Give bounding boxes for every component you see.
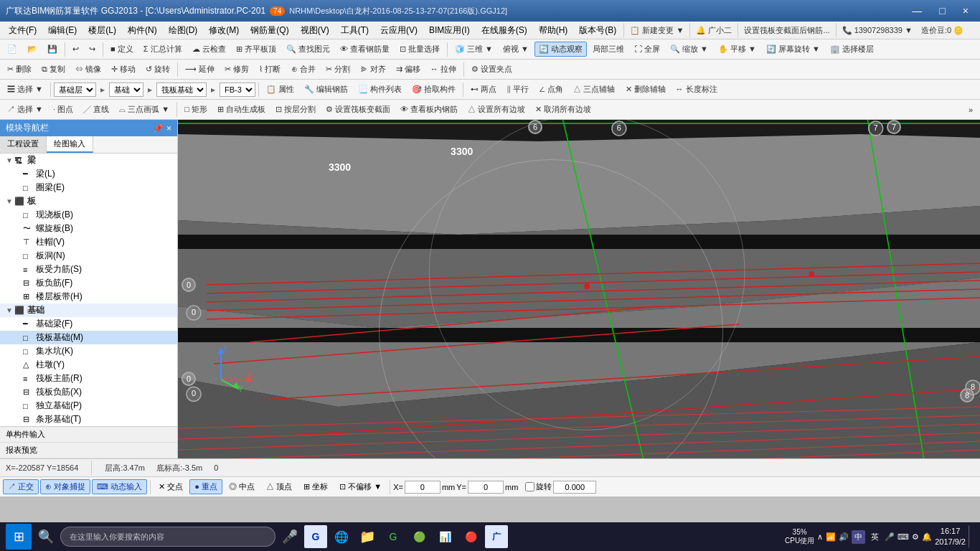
calc-btn[interactable]: Σ 汇总计算 <box>139 42 187 57</box>
cloud-check-btn[interactable]: ☁ 云检查 <box>188 42 230 57</box>
cancel-slope-btn[interactable]: ✕ 取消所有边坡 <box>531 102 595 117</box>
tree-item-beam-l[interactable]: ━ 梁(L) <box>0 167 177 181</box>
fullscreen-btn[interactable]: ⛶ 全屏 <box>630 42 664 57</box>
snap-btn[interactable]: ⊕ 对象捕捉 <box>40 479 90 494</box>
expand-btn[interactable]: » <box>964 103 977 116</box>
ime-keyboard-icon[interactable]: ⌨ <box>897 532 909 542</box>
tree-item-slab-hole[interactable]: □ 板洞(N) <box>0 249 177 263</box>
pick-element-btn[interactable]: 🎯 拾取构件 <box>407 82 460 97</box>
mirror-btn[interactable]: ⇔ 镜像 <box>71 62 105 77</box>
menu-quantity[interactable]: 钢筋量(Q) <box>245 23 294 38</box>
tree-item-found-beam[interactable]: ━ 基础梁(F) <box>0 317 177 331</box>
taskbar-search-icon[interactable]: 🔍 <box>34 525 57 548</box>
taskbar-ie[interactable]: 🌐 <box>330 525 353 548</box>
select-draw-btn[interactable]: ↗ 选择 ▼ <box>3 102 47 117</box>
coord-btn[interactable]: ⊞ 坐标 <box>298 479 333 494</box>
taskbar-app4[interactable]: 🔴 <box>459 525 482 548</box>
no-offset-btn[interactable]: ⊡ 不偏移 ▼ <box>334 479 387 494</box>
taskbar-app5[interactable]: 广 <box>485 525 508 548</box>
edit-rebar-btn[interactable]: 🔧 编辑钢筋 <box>300 82 352 97</box>
auto-slab-btn[interactable]: ⊞ 自动生成板 <box>213 102 270 117</box>
element-list-btn[interactable]: 📃 构件列表 <box>354 82 406 97</box>
offset-btn[interactable]: ⇉ 偏移 <box>392 62 425 77</box>
tree-item-ring-beam[interactable]: □ 圈梁(E) <box>0 181 177 194</box>
tree-item-raft-main-rebar[interactable]: ≡ 筏板主筋(R) <box>0 372 177 385</box>
menu-online[interactable]: 在线服务(S) <box>476 23 533 38</box>
stretch-btn[interactable]: ↔ 拉伸 <box>426 62 461 77</box>
screen-rotate-btn[interactable]: 🔄 屏幕旋转 ▼ <box>762 42 824 57</box>
flat-roof-btn[interactable]: ⊞ 齐平板顶 <box>232 42 281 57</box>
point-btn[interactable]: · 图点 <box>49 102 77 117</box>
tree-item-raft-neg-rebar[interactable]: ⊟ 筏板负筋(X) <box>0 385 177 399</box>
rotate-checkbox[interactable] <box>525 482 534 491</box>
pan-btn[interactable]: ✋ 平移 ▼ <box>714 42 760 57</box>
break-btn[interactable]: ⌇ 打断 <box>255 62 285 77</box>
copy-btn[interactable]: ⧉ 复制 <box>37 62 70 77</box>
ime-label[interactable]: 中 <box>852 530 865 544</box>
tree-category-beam[interactable]: ▼ 🏗 梁 <box>0 154 177 167</box>
maximize-button[interactable]: □ <box>933 4 951 18</box>
taskbar-sound-icon[interactable]: 🔊 <box>839 532 849 542</box>
batch-select-btn[interactable]: ⊡ 批量选择 <box>395 42 444 57</box>
align-btn[interactable]: ⫸ 对齐 <box>356 62 390 77</box>
menu-cloud[interactable]: 云应用(V) <box>374 23 423 38</box>
report-preview-btn[interactable]: 报表预览 <box>0 443 177 458</box>
3d-btn[interactable]: 🧊 三维 ▼ <box>451 42 497 57</box>
undo-btn[interactable]: ↩ <box>68 42 83 56</box>
delete-btn[interactable]: ✂ 删除 <box>3 62 36 77</box>
raft-setting-button[interactable]: 设置筏板变截面后钢筋... <box>740 23 834 38</box>
menu-edit[interactable]: 编辑(E) <box>42 23 83 38</box>
layer-select[interactable]: 基础层 <box>54 83 96 97</box>
y-input[interactable] <box>468 481 504 494</box>
point-angle-btn[interactable]: ∠ 点角 <box>534 82 567 97</box>
set-all-slope-btn[interactable]: △ 设置所有边坡 <box>463 102 529 117</box>
menu-modify[interactable]: 修改(M) <box>203 23 245 38</box>
tree-item-neg-rebar[interactable]: ⊟ 板负筋(F) <box>0 276 177 290</box>
menu-element[interactable]: 构件(N) <box>122 23 163 38</box>
center-btn[interactable]: ◎ 中点 <box>224 479 260 494</box>
tree-item-strip-found[interactable]: ⊟ 条形基础(T) <box>0 413 177 426</box>
minimize-button[interactable]: — <box>906 4 928 18</box>
element-select[interactable]: FB-3 <box>220 83 255 97</box>
taskbar-search[interactable]: 在这里输入你要搜索的内容 <box>60 527 275 547</box>
set-grip-btn[interactable]: ⚙ 设置夹点 <box>467 62 517 77</box>
panel-pin-btn[interactable]: 📌 <box>153 123 164 133</box>
x-input[interactable] <box>405 481 440 494</box>
select-floor-btn[interactable]: 🏢 选择楼层 <box>826 42 878 57</box>
split-btn[interactable]: ✂ 分割 <box>321 62 354 77</box>
vertex-btn[interactable]: △ 顶点 <box>261 479 297 494</box>
tree-item-slab-rebar[interactable]: ≡ 板受力筋(S) <box>0 263 177 276</box>
intersection-btn[interactable]: ✕ 交点 <box>154 479 188 494</box>
view-btn[interactable]: 俯视 ▼ <box>499 42 533 57</box>
coins-button[interactable]: 造价豆:0 🪙 <box>917 23 968 38</box>
merge-btn[interactable]: ⊕ 合并 <box>287 62 320 77</box>
show-desktop-btn[interactable] <box>969 525 974 548</box>
extend-btn[interactable]: ⟶ 延伸 <box>181 62 219 77</box>
arc-btn[interactable]: ⌓ 三点画弧 ▼ <box>115 102 174 117</box>
taskbar-glodon[interactable]: G <box>304 525 327 548</box>
local-3d-btn[interactable]: 局部三维 <box>588 42 628 57</box>
view-quantity-btn[interactable]: 👁 查看钢筋量 <box>336 42 394 57</box>
ortho-btn[interactable]: ↗ 正交 <box>3 479 39 494</box>
rotate-input[interactable] <box>553 481 596 494</box>
two-point-btn[interactable]: ⊷ 两点 <box>466 82 501 97</box>
menu-file[interactable]: 文件(F) <box>3 23 42 38</box>
phone-button[interactable]: 📞 13907298339 ▼ <box>838 24 917 37</box>
dimension-btn[interactable]: ↔ 长度标注 <box>672 82 722 97</box>
taskbar-time[interactable]: 16:17 2017/9/2 <box>935 526 966 548</box>
tree-item-floor-band[interactable]: ⊞ 楼层板带(H) <box>0 290 177 303</box>
redo-btn[interactable]: ↪ <box>85 42 100 56</box>
layer-type-select[interactable]: 基础 <box>109 83 143 97</box>
tree-category-foundation[interactable]: ▼ ⬛ 基础 <box>0 303 177 317</box>
menu-tools[interactable]: 工具(T) <box>335 23 374 38</box>
tree-item-col-pier[interactable]: △ 柱墩(Y) <box>0 358 177 372</box>
tree-item-raft-found[interactable]: □ 筏板基础(M) <box>0 331 177 344</box>
taskbar-arrow-icon[interactable]: ∧ <box>817 532 823 542</box>
taskbar-app1[interactable]: G <box>382 525 405 548</box>
ime-settings-icon[interactable]: ⚙ <box>912 532 919 542</box>
tree-category-slab[interactable]: ▼ ⬛ 板 <box>0 194 177 208</box>
open-btn[interactable]: 📂 <box>23 42 42 56</box>
taskbar-app3[interactable]: 📊 <box>433 525 456 548</box>
find-element-btn[interactable]: 🔍 查找图元 <box>282 42 334 57</box>
three-point-axis-btn[interactable]: △ 三点辅轴 <box>569 82 619 97</box>
